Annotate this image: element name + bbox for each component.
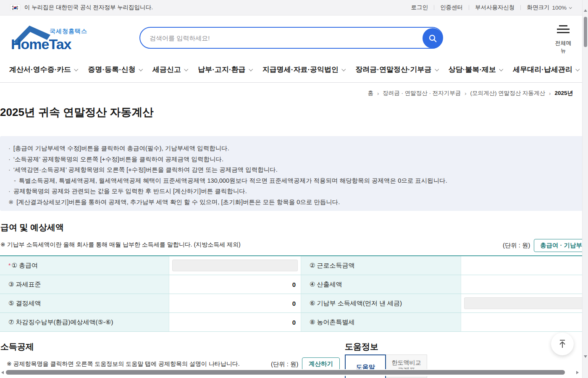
all-menu-button[interactable]: 전체메뉴 — [554, 25, 573, 55]
edit-salary-button[interactable]: 총급여 · 기납부세 — [534, 239, 588, 252]
gov-banner-text: 이 누리집은 대한민국 공식 전자정부 누리집입니다. — [24, 4, 153, 11]
nav-item-2[interactable]: 증명·등록·신청 — [88, 65, 142, 74]
table-value — [461, 313, 588, 331]
breadcrumb-separator: › — [377, 90, 379, 97]
notice-line: -특별소득공제, 특별세액공제, 월세액세액공제 혜택이 표준세액공제액 130… — [8, 176, 580, 186]
breadcrumb-separator: › — [465, 90, 466, 97]
chevron-down-icon — [499, 67, 503, 71]
deduction-section-note: ※ 공제항목명을 클릭하면 오른쪽 도움정보의 도움말 탭에 공제항목의 설명이… — [7, 360, 240, 368]
notice-text: ‘소득공제’ 공제항목명의 오른쪽 [+수정]버튼을 클릭하여 공제금액 입력합… — [13, 154, 223, 165]
scroll-up-arrow-icon[interactable] — [584, 9, 587, 12]
notice-text: 특별소득공제, 특별세액공제, 월세액세액공제 혜택이 표준세액공제액 130,… — [19, 176, 447, 186]
notice-line: ·[총급여 기납부세액 수정]버튼을 클릭하여 총급여(필수), 기납부세액 입… — [8, 143, 580, 154]
notice-line: ·‘소득공제’ 공제항목명의 오른쪽 [+수정]버튼을 클릭하여 공제금액 입력… — [8, 154, 580, 165]
nav-item-3[interactable]: 세금신고 — [152, 65, 187, 74]
top-link-1[interactable]: 로그인 — [411, 4, 428, 11]
horizontal-scrollbar-thumb[interactable] — [6, 370, 565, 375]
table-value: 0 — [169, 275, 301, 294]
nav-item-5[interactable]: 지급명세·자료·공익법인 — [262, 65, 345, 74]
readonly-input[interactable] — [464, 297, 588, 309]
table-label[interactable]: ④ 산출세액 — [301, 275, 461, 294]
notice-text: ‘세액감면·소득공제’ 공제항목명의 오른쪽 [+수정]버튼을 클릭하여 감면 … — [13, 165, 278, 176]
notice-text: [총급여 기납부세액 수정]버튼을 클릭하여 총급여(필수), 기납부세액 입력… — [13, 143, 229, 154]
table-label-text: ⑥ 기납부 소득세액(먼저 낸 세금) — [310, 299, 402, 307]
table-value — [461, 275, 588, 294]
nav-item-7[interactable]: 상담·불복·제보 — [449, 65, 502, 74]
logo-korean-label: 국세청홈택스 — [50, 28, 87, 35]
top-link-2[interactable]: 인증센터 — [440, 4, 463, 11]
vertical-scrollbar-thumb[interactable] — [584, 17, 587, 47]
arrow-up-icon — [558, 339, 567, 349]
table-value — [169, 256, 301, 275]
vertical-scrollbar[interactable] — [582, 0, 588, 378]
search-icon — [428, 34, 437, 43]
table-value: 0 — [169, 294, 301, 312]
chevron-down-icon — [184, 67, 188, 71]
chevron-down-icon — [341, 67, 346, 71]
scroll-to-top-button[interactable] — [551, 333, 574, 355]
breadcrumb-item-3[interactable]: (모의계산) 연말정산 자동계산 — [470, 89, 546, 97]
notice-marker: ※ — [8, 197, 13, 208]
table-label[interactable]: ⑧ 농어촌특별세 — [301, 313, 461, 331]
salary-section-title: 급여 및 예상세액 — [0, 222, 64, 233]
table-label-text: ③ 과세표준 — [8, 281, 41, 289]
readonly-input[interactable] — [172, 260, 298, 271]
notice-marker: · — [8, 186, 10, 197]
table-row: *① 총급여② 근로소득금액 — [0, 256, 588, 275]
notice-text: [계산결과상세보기]버튼을 통하여 공제액, 추가납부 세액 확인 할 수 있으… — [16, 197, 340, 208]
top-link-3[interactable]: 부서사용자신청 — [475, 4, 515, 11]
table-label-text: ⑧ 농어촌특별세 — [310, 318, 355, 326]
calculate-button[interactable]: 계산하기 — [302, 357, 340, 370]
scroll-right-arrow-icon[interactable] — [576, 371, 579, 374]
nav-item-8[interactable]: 세무대리·납세관리 — [513, 65, 579, 74]
notice-marker: - — [14, 176, 16, 186]
search-bar — [139, 27, 443, 49]
table-value: 0 — [169, 313, 301, 331]
all-menu-label: 전체메뉴 — [554, 39, 573, 55]
search-button[interactable] — [423, 28, 443, 48]
notice-line: ※[계산결과상세보기]버튼을 통하여 공제액, 추가납부 세액 확인 할 수 있… — [8, 197, 580, 208]
breadcrumb-item-1[interactable]: 홈 — [368, 89, 373, 97]
help-section-title: 도움정보 — [345, 341, 378, 352]
nav-item-1[interactable]: 계산서·영수증·카드 — [9, 65, 77, 74]
search-input[interactable] — [140, 34, 442, 42]
hamburger-icon — [557, 25, 570, 35]
breadcrumb-item-2[interactable]: 장려금 · 연말정산 · 전자기부금 — [383, 89, 461, 97]
primary-nav: 계산서·영수증·카드증명·등록·신청세금신고납부·고지·환급지급명세·자료·공익… — [0, 57, 588, 83]
chevron-down-icon — [435, 67, 439, 71]
table-label-text: ④ 산출세액 — [310, 281, 342, 289]
table-value — [461, 256, 588, 275]
table-row: ③ 과세표준0④ 산출세액 — [0, 275, 588, 294]
table-label[interactable]: ⑥ 기납부 소득세액(먼저 낸 세금) — [301, 294, 461, 312]
nav-item-6[interactable]: 장려금·연말정산·기부금 — [355, 65, 438, 74]
korea-flag-icon — [10, 4, 20, 11]
table-label[interactable]: ③ 과세표준 — [0, 275, 169, 294]
notice-line: ·‘세액감면·소득공제’ 공제항목명의 오른쪽 [+수정]버튼을 클릭하여 감면… — [8, 165, 580, 176]
scroll-left-arrow-icon[interactable] — [1, 371, 4, 374]
divider — [434, 5, 434, 10]
table-label-text: ① 총급여 — [11, 262, 38, 270]
table-label-text: ⑦ 차감징수납부(환급)예상세액(⑤-⑥) — [8, 318, 113, 326]
top-utility-links: 로그인인증센터부서사용자신청화면크기100% — [411, 4, 571, 11]
unit-label-salary: (단위 : 원) — [503, 242, 530, 249]
hometax-logo[interactable]: 국세청홈택스 HomeTax — [10, 24, 90, 50]
salary-section-note: ※ 기납부 소득세액이란 올해 회사를 통해 매월 납부한 소득세를 말합니다.… — [0, 241, 241, 249]
chevron-down-icon — [569, 6, 572, 9]
table-label-text: ⑤ 결정세액 — [8, 299, 41, 307]
table-label[interactable]: *① 총급여 — [0, 256, 169, 275]
screen-zoom-label: 화면크기 — [527, 4, 549, 11]
scroll-down-arrow-icon[interactable] — [584, 355, 587, 358]
notice-line: ·공제항목명의 공제와 관련되는 값을 모두 입력한 후 반드시 [계산하기]버… — [8, 186, 580, 197]
screen-zoom-control[interactable]: 화면크기100% — [527, 4, 571, 11]
table-value — [461, 294, 588, 312]
nav-item-4[interactable]: 납부·고지·환급 — [198, 65, 252, 74]
table-label[interactable]: ② 근로소득금액 — [301, 256, 461, 275]
table-label[interactable]: ⑤ 결정세액 — [0, 294, 169, 312]
breadcrumb: 홈›장려금 · 연말정산 · 전자기부금›(모의계산) 연말정산 자동계산›20… — [368, 89, 573, 97]
horizontal-scrollbar[interactable] — [0, 369, 582, 376]
table-label-text: ② 근로소득금액 — [310, 262, 355, 270]
table-row: ⑤ 결정세액0⑥ 기납부 소득세액(먼저 낸 세금) — [0, 294, 588, 313]
required-asterisk: * — [8, 262, 10, 269]
breadcrumb-item-4[interactable]: 2025년 — [554, 89, 573, 97]
table-label[interactable]: ⑦ 차감징수납부(환급)예상세액(⑤-⑥) — [0, 313, 169, 331]
